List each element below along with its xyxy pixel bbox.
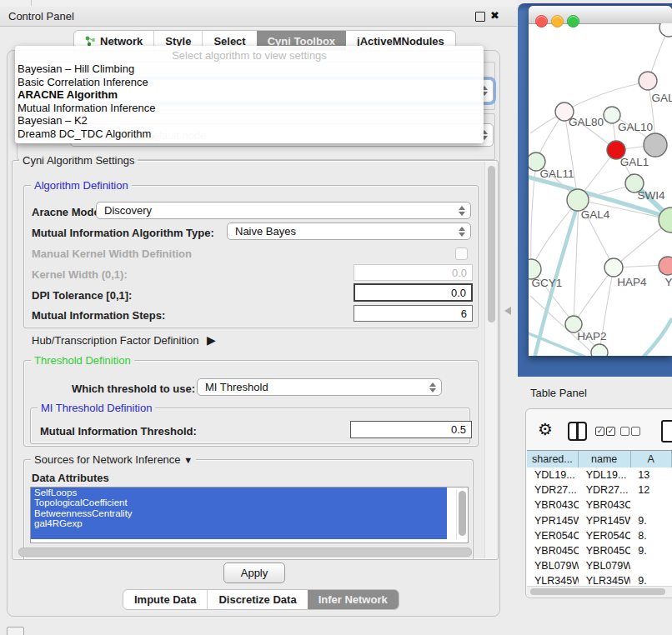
column-chooser-icon[interactable] [568, 422, 587, 441]
select-all-check-icon[interactable]: ✓ [606, 427, 615, 436]
tab-infer-network[interactable]: Infer Network [308, 590, 399, 609]
table-column-header[interactable]: shared... [527, 451, 579, 468]
algorithm-popup: Select algorithm to view settings Bayesi… [15, 46, 484, 143]
deselect-all-box-icon[interactable] [631, 427, 640, 436]
algorithm-option[interactable]: Dream8 DC_TDC Algorithm [15, 128, 484, 141]
document-icon[interactable] [661, 420, 672, 442]
table-settings-gear-icon[interactable]: ⚙ [538, 419, 553, 439]
mi-type-combo[interactable]: Naive Bayes [227, 222, 471, 240]
network-window-titlebar[interactable] [529, 6, 672, 24]
dpi-tolerance-field[interactable]: 0.0 [354, 283, 473, 302]
table-cell: 13 [630, 468, 672, 482]
cyni-algorithm-settings-legend: Cyni Algorithm Settings [19, 154, 138, 167]
sources-legend-text: Sources for Network Inference [34, 453, 181, 466]
algorithm-option[interactable]: ARACNE Algorithm [15, 88, 484, 102]
table-cell: 9. [630, 573, 672, 586]
data-attribute-item[interactable] [31, 529, 447, 539]
settings-horizontal-scrollbar[interactable] [17, 547, 480, 557]
close-icon[interactable]: ✖ [490, 9, 499, 22]
settings-vertical-scrollbar[interactable] [484, 162, 498, 558]
select-all-check-icon[interactable]: ✓ [595, 427, 604, 436]
network-edge[interactable] [530, 296, 594, 354]
table-cell: YPR145W [579, 513, 631, 528]
table-row[interactable]: YDR27...YDR27...12 [527, 482, 672, 498]
data-attribute-item[interactable]: gal4RGexp [31, 518, 447, 528]
table-column-header[interactable]: A [631, 451, 672, 468]
network-edge[interactable] [614, 223, 667, 268]
data-attributes-list[interactable]: SelfLoopsTopologicalCoefficientBetweenne… [30, 487, 469, 543]
network-canvas[interactable]: GALGAL80GAL10GAL1GAL11SWI4GAL4GCY1HAP4YH… [529, 23, 672, 356]
table-cell: YLR345W [527, 573, 579, 586]
combo-arrows-icon [459, 227, 465, 237]
table-cell: YER054C [579, 528, 631, 543]
table-cell: YBR043C [579, 498, 631, 512]
table-row[interactable]: YPR145WYPR145W9. [527, 513, 672, 528]
table-cell: YDR27... [579, 482, 631, 498]
table-row[interactable]: YBL079WYBL079W [527, 558, 672, 573]
table-row[interactable]: YBR045CYBR045C9. [527, 543, 672, 558]
aracne-mode-combo[interactable]: Discovery [96, 202, 471, 219]
algorithm-option[interactable]: Basic Correlation Inference [15, 76, 484, 89]
table-row[interactable]: YLR345WYLR345W9. [527, 573, 672, 586]
splitter-handle-icon[interactable] [504, 307, 511, 315]
panel-corner-icon[interactable] [7, 627, 24, 635]
network-view-window: GALGAL80GAL10GAL1GAL11SWI4GAL4GCY1HAP4YH… [529, 6, 672, 356]
aracne-mode-value: Discovery [104, 204, 152, 217]
network-node[interactable] [644, 133, 667, 157]
tab-impute-data[interactable]: Impute Data [123, 590, 207, 609]
collapse-arrow-icon[interactable]: ▼ [183, 455, 193, 465]
manual-kernel-checkbox[interactable] [455, 248, 468, 260]
table-cell: YBR043C [527, 498, 579, 512]
aracne-mode-label: Aracne Mode: [32, 206, 103, 218]
network-edge[interactable] [532, 200, 579, 268]
network-node-label: GAL10 [618, 121, 653, 133]
table-cell [630, 558, 672, 573]
tab-label: Impute Data [134, 593, 196, 606]
mi-type-label: Mutual Information Algorithm Type: [32, 227, 214, 239]
algorithm-definition-legend: Algorithm Definition [31, 179, 132, 192]
algorithm-option[interactable]: Bayesian – Hill Climbing [15, 62, 484, 76]
table-row[interactable]: YBR043CYBR043C [527, 498, 672, 512]
network-node-label: GCY1 [532, 277, 563, 289]
table-cell: YDL19... [527, 468, 579, 482]
dpi-tolerance-label: DPI Tolerance [0,1]: [32, 289, 132, 302]
network-edge[interactable] [640, 318, 672, 356]
network-node-hap4[interactable] [604, 258, 623, 277]
list-scrollbar[interactable] [456, 489, 467, 539]
kernel-width-field[interactable]: 0.0 [354, 264, 473, 281]
data-attribute-item[interactable]: SelfLoops [31, 488, 447, 498]
network-node-label: GAL80 [569, 116, 604, 128]
data-attribute-item[interactable]: TopologicalCoefficient [31, 498, 447, 508]
network-node-gal[interactable] [639, 72, 657, 90]
network-node-label: Y [664, 276, 672, 288]
deselect-all-box-icon[interactable] [620, 427, 629, 436]
hub-definition-toggle[interactable]: Hub/Transcription Factor Definition ▶ [32, 333, 216, 347]
algorithm-option[interactable]: Mutual Information Inference [15, 102, 484, 115]
table-column-header[interactable]: name [579, 451, 631, 468]
network-node[interactable] [591, 344, 608, 356]
mi-type-value: Naive Bayes [235, 225, 296, 238]
network-node[interactable] [659, 23, 672, 37]
algorithm-popup-placeholder: Select algorithm to view settings [15, 48, 484, 62]
apply-button[interactable]: Apply [223, 562, 285, 583]
table-horizontal-scrollbar[interactable] [527, 586, 672, 597]
combo-arrows-icon [429, 382, 436, 392]
network-node-y[interactable] [659, 257, 672, 275]
bottom-tabs: Impute DataDiscretize DataInfer Network [123, 589, 399, 610]
sources-legend: Sources for Network Inference ▼ [31, 453, 196, 466]
table-cell: YLR345W [579, 573, 631, 586]
control-panel-titlebar: Control Panel ✖ [0, 7, 517, 27]
mi-threshold-field[interactable]: 0.5 [350, 421, 472, 438]
mi-steps-field[interactable]: 6 [354, 305, 473, 322]
which-threshold-combo[interactable]: MI Threshold [197, 378, 442, 396]
network-node-label: GAL [651, 92, 672, 104]
table-row[interactable]: YER054CYER054C8. [527, 528, 672, 543]
float-window-icon[interactable] [475, 12, 485, 22]
network-edge[interactable] [575, 268, 614, 322]
table-row[interactable]: YDL19...YDL19...13 [527, 468, 672, 482]
data-attribute-item[interactable]: BetweennessCentrality [31, 508, 447, 518]
table-cell [630, 498, 672, 512]
tab-discretize-data[interactable]: Discretize Data [207, 590, 307, 609]
algorithm-option[interactable]: Bayesian – K2 [15, 114, 484, 128]
network-edge[interactable] [566, 82, 648, 110]
